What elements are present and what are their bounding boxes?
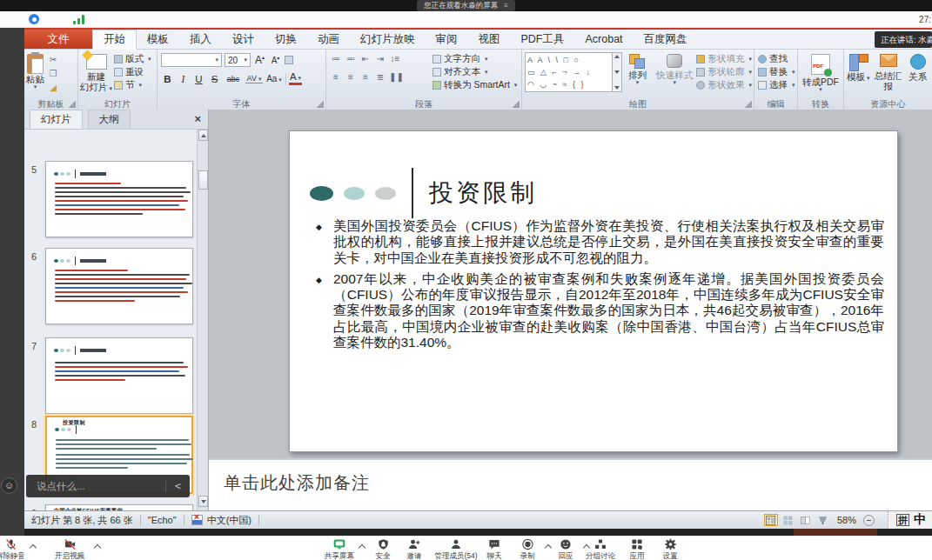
reading-view-button[interactable]: [799, 514, 813, 526]
ime-mode-icon[interactable]: 中: [914, 512, 926, 528]
manage-participants-button[interactable]: 管理成员(54): [430, 538, 482, 560]
tab-acrobat[interactable]: Acrobat: [575, 30, 634, 49]
banner-menu-icon[interactable]: ≡: [504, 0, 508, 11]
tab-view[interactable]: 视图: [468, 30, 511, 49]
find-button[interactable]: 查找: [758, 52, 795, 65]
bullets-icon[interactable]: ≔: [330, 53, 342, 65]
video-options-chevron[interactable]: [94, 543, 101, 550]
paste-dropdown-arrow[interactable]: [34, 84, 37, 89]
decrease-indent-icon[interactable]: ⇤: [359, 53, 372, 65]
shape-effects-button[interactable]: 形状效果: [696, 78, 752, 91]
invite-button[interactable]: 邀请: [395, 538, 433, 560]
tab-file[interactable]: 文件: [24, 30, 92, 49]
select-button[interactable]: 选择: [758, 78, 795, 91]
tab-pdf-tools[interactable]: PDF工具: [511, 30, 575, 49]
tab-insert[interactable]: 插入: [179, 30, 222, 49]
shapes-gallery-scroll[interactable]: [613, 52, 622, 92]
tab-transitions[interactable]: 切换: [265, 30, 307, 49]
layout-button[interactable]: 版式: [114, 52, 151, 65]
spellcheck-icon[interactable]: [191, 515, 203, 525]
scroll-up-button[interactable]: [198, 130, 208, 141]
convert-pdf-button[interactable]: 转成PDF: [800, 52, 841, 91]
increase-indent-icon[interactable]: ⇥: [374, 53, 386, 65]
replace-button[interactable]: 替换: [758, 65, 795, 78]
reset-button[interactable]: 重设: [114, 65, 151, 78]
convert-smartart-button[interactable]: 转换为 SmartArt: [432, 78, 517, 91]
slide-thumbnail-5[interactable]: [45, 161, 193, 237]
slide-thumbnail-7[interactable]: [45, 337, 193, 414]
chat-input-placeholder[interactable]: 说点什么...: [37, 480, 85, 493]
tab-review[interactable]: 审阅: [426, 30, 468, 49]
tab-animations[interactable]: 动画: [307, 30, 350, 49]
slideshow-view-button[interactable]: [816, 514, 830, 526]
slide-sorter-view-button[interactable]: [781, 514, 795, 526]
normal-view-button[interactable]: [764, 514, 778, 526]
font-color-button[interactable]: A: [289, 72, 302, 85]
shape-outline-button[interactable]: 形状轮廓: [696, 65, 752, 78]
shape-fill-button[interactable]: 形状填充: [696, 52, 752, 65]
align-center-icon[interactable]: ≡: [345, 71, 357, 83]
slide-thumbnail-9[interactable]: 中国企业被CFIUS审查案例: [45, 504, 193, 510]
start-video-button[interactable]: 开启视频: [50, 538, 89, 560]
notes-pane[interactable]: 单击此处添加备注: [209, 458, 932, 510]
grow-font-button[interactable]: A▴: [253, 54, 266, 66]
tab-slides-thumbnails[interactable]: 幻灯片: [30, 110, 83, 129]
summary-report-button[interactable]: 总结汇报: [871, 52, 906, 91]
character-spacing-button[interactable]: AV: [245, 74, 263, 83]
unmute-button[interactable]: 解除静音: [0, 538, 30, 560]
font-size-combo[interactable]: 20: [225, 53, 251, 67]
clipboard-dialog-launcher[interactable]: [69, 101, 76, 108]
tab-design[interactable]: 设计: [222, 30, 265, 49]
zoom-out-button[interactable]: [863, 515, 875, 526]
quick-chat-bar[interactable]: 说点什么... <: [26, 475, 190, 497]
font-dialog-launcher[interactable]: [317, 101, 324, 108]
section-button[interactable]: 节: [114, 78, 151, 91]
zoom-level[interactable]: 58%: [837, 515, 856, 525]
quick-styles-button[interactable]: 快速样式: [653, 52, 697, 84]
align-left-icon[interactable]: ≡: [330, 71, 342, 83]
thumbnail-scrollbar[interactable]: [197, 130, 208, 510]
breakout-rooms-button[interactable]: 分组讨论: [578, 538, 623, 560]
italic-button[interactable]: I: [177, 74, 190, 84]
font-name-combo[interactable]: [161, 53, 222, 67]
align-right-icon[interactable]: ≡: [359, 71, 372, 83]
clear-formatting-icon[interactable]: [285, 56, 293, 64]
slide-8[interactable]: 投资限制 美国外国投资委员会（CFIUS）作为监督外资在美投资、行使相关法案执行…: [289, 130, 898, 452]
shadow-button[interactable]: abc: [224, 75, 243, 83]
slide-body-text[interactable]: 美国外国投资委员会（CFIUS）作为监督外资在美投资、行使相关法案执行权及相关交…: [316, 218, 884, 356]
arrange-button[interactable]: 排列: [622, 52, 653, 84]
scroll-thumb[interactable]: [198, 170, 208, 190]
tab-outline[interactable]: 大纲: [88, 110, 131, 129]
align-text-button[interactable]: 对齐文本: [432, 65, 517, 78]
close-panel-button[interactable]: ×: [194, 112, 201, 125]
ime-pinyin-icon[interactable]: 拼: [896, 514, 909, 526]
chat-collapse-button[interactable]: <: [166, 480, 190, 492]
watching-banner[interactable]: 您正在观看水淼的屏幕 ≡: [417, 0, 515, 11]
relation-chart-button[interactable]: 关系: [905, 52, 930, 91]
tab-slideshow[interactable]: 幻灯片放映: [350, 30, 426, 49]
line-spacing-icon[interactable]: ↕≡: [389, 53, 401, 65]
paste-button[interactable]: 粘贴: [26, 52, 44, 94]
slide-thumbnail-6[interactable]: [45, 248, 193, 324]
new-slide-button[interactable]: 新建 幻灯片: [80, 52, 112, 94]
justify-icon[interactable]: ≣: [374, 71, 386, 83]
columns-icon[interactable]: ❚❚: [389, 71, 401, 83]
share-screen-button[interactable]: 共享屏幕: [320, 538, 359, 560]
tab-template[interactable]: 模板: [137, 30, 179, 49]
text-direction-button[interactable]: 文字方向: [432, 52, 517, 65]
language-indicator[interactable]: 中文(中国): [207, 514, 251, 527]
record-button[interactable]: 录制: [508, 538, 546, 560]
numbering-icon[interactable]: ≕: [345, 53, 357, 65]
format-painter-icon[interactable]: ◢: [47, 82, 59, 94]
underline-button[interactable]: U: [192, 74, 205, 84]
scroll-down-button[interactable]: [198, 496, 208, 507]
slide-title-block[interactable]: 投资限制: [310, 168, 537, 218]
notes-placeholder[interactable]: 单击此处添加备注: [209, 460, 932, 506]
unmute-options-chevron[interactable]: [30, 543, 37, 550]
shrink-font-button[interactable]: A▾: [269, 55, 282, 65]
shapes-gallery[interactable]: A A \ \ □ ○ ▭ △ ⌐ ¬ → ↓ ◠ ◡ ~ ≈ { }: [525, 52, 613, 92]
change-case-button[interactable]: Aa: [265, 74, 283, 83]
copy-icon[interactable]: ❐: [47, 68, 59, 80]
paragraph-dialog-launcher[interactable]: [513, 101, 520, 108]
template-button[interactable]: 模板: [846, 52, 871, 91]
